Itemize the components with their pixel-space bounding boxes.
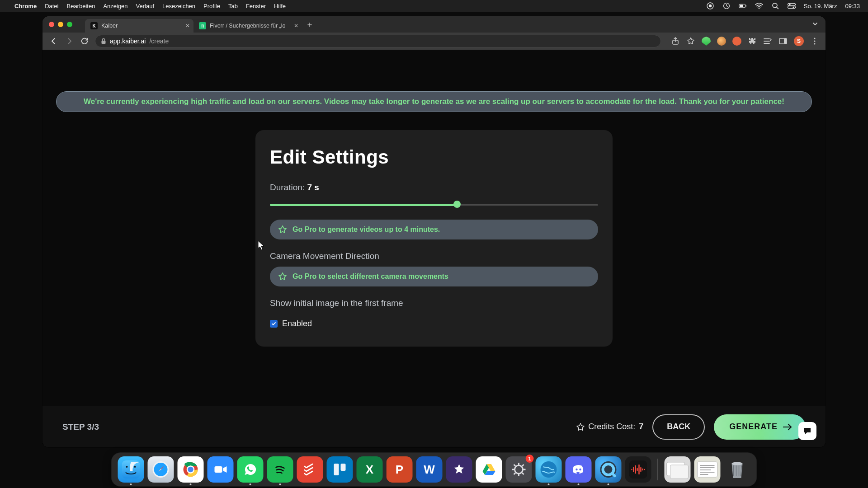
mac-menu-item[interactable]: Verlauf xyxy=(136,3,154,9)
footer-bar: STEP 3/3 Credits Cost: 7 BACK GENERATE xyxy=(42,406,826,447)
chrome-window: K Kaiber ✕ fi Fiverr / Suchergebnisse fü… xyxy=(42,16,826,447)
profile-avatar[interactable]: S xyxy=(794,36,804,46)
enabled-label: Enabled xyxy=(282,319,312,328)
dock-app-system-settings[interactable]: 1 xyxy=(506,456,532,483)
mac-menu-item[interactable]: Profile xyxy=(203,3,220,9)
svg-point-50 xyxy=(732,462,743,465)
dock-app-audio-app[interactable] xyxy=(625,456,651,483)
dock-app-imovie[interactable] xyxy=(446,456,472,483)
svg-rect-33 xyxy=(331,460,349,479)
extension-red-icon[interactable] xyxy=(732,37,741,46)
wifi-icon[interactable] xyxy=(755,2,763,10)
app-viewport: We're currently experiencing high traffi… xyxy=(42,50,826,447)
arrow-right-icon xyxy=(783,423,792,431)
bookmark-star-icon[interactable] xyxy=(686,37,695,46)
nav-forward-button[interactable] xyxy=(64,36,74,46)
star-outline-icon xyxy=(278,225,287,234)
chat-widget-button[interactable] xyxy=(798,422,816,440)
go-pro-camera-text: Go Pro to select different camera moveme… xyxy=(292,272,448,281)
menubar-time[interactable]: 09:33 xyxy=(845,3,860,9)
extension-orange-icon[interactable] xyxy=(717,37,726,46)
duration-label-text: Duration: xyxy=(270,183,307,192)
svg-point-21 xyxy=(134,466,136,468)
mac-active-app[interactable]: Chrome xyxy=(14,3,37,9)
extensions-puzzle-icon[interactable] xyxy=(748,37,757,46)
slider-thumb[interactable] xyxy=(453,201,461,208)
svg-point-17 xyxy=(814,40,815,42)
battery-icon[interactable] xyxy=(739,2,747,10)
dock-app-powerpoint[interactable]: P xyxy=(387,456,413,483)
dock-app-preview-doc[interactable] xyxy=(665,456,691,483)
dock-app-google-drive[interactable] xyxy=(476,456,502,483)
chrome-menu-icon[interactable] xyxy=(810,37,819,46)
url-path: /create xyxy=(149,38,169,45)
close-tab-icon[interactable]: ✕ xyxy=(185,23,190,29)
mac-menu-item[interactable]: Anzeigen xyxy=(103,3,127,9)
svg-rect-35 xyxy=(341,464,346,471)
dock-app-finder[interactable] xyxy=(118,456,144,483)
mac-menu-item[interactable]: Lesezeichen xyxy=(162,3,195,9)
reading-list-icon[interactable] xyxy=(763,37,772,46)
search-icon[interactable] xyxy=(771,2,779,10)
svg-rect-12 xyxy=(102,41,106,44)
dock-app-excel[interactable]: X xyxy=(357,456,383,483)
dock-app-zoom[interactable] xyxy=(208,456,234,483)
menubar-date[interactable]: So. 19. März xyxy=(804,3,837,9)
svg-point-43 xyxy=(579,469,581,470)
svg-point-40 xyxy=(541,461,557,478)
url-host: app.kaiber.ai xyxy=(110,38,146,45)
control-center-icon[interactable] xyxy=(788,2,796,10)
minimize-window-button[interactable] xyxy=(58,22,63,27)
generate-button[interactable]: GENERATE xyxy=(714,414,806,440)
duration-value: 7 s xyxy=(307,183,319,192)
reload-button[interactable] xyxy=(80,36,90,46)
enabled-checkbox[interactable] xyxy=(270,320,278,328)
dock-app-todoist[interactable] xyxy=(297,456,323,483)
clock-icon[interactable] xyxy=(722,2,731,10)
dock-app-chrome[interactable] xyxy=(178,456,204,483)
dock-app-quicktime[interactable] xyxy=(595,456,622,483)
mac-menu-item[interactable]: Fenster xyxy=(246,3,266,9)
dock-app-spotify[interactable] xyxy=(267,456,293,483)
share-icon[interactable] xyxy=(671,37,680,46)
tab-title: Fiverr / Suchergebnisse für „lo xyxy=(210,23,285,29)
side-panel-icon[interactable] xyxy=(778,37,788,46)
dock-app-trello[interactable] xyxy=(327,456,353,483)
new-tab-button[interactable]: ＋ xyxy=(306,19,314,30)
tabs-overflow-icon[interactable] xyxy=(812,21,818,27)
go-pro-duration-banner[interactable]: Go Pro to generate videos up to 4 minute… xyxy=(270,220,598,239)
close-tab-icon[interactable]: ✕ xyxy=(294,23,298,29)
credits-label: Credits Cost: xyxy=(588,422,635,432)
back-button[interactable]: BACK xyxy=(652,414,705,440)
tab-favicon-icon: K xyxy=(90,22,98,29)
nav-back-button[interactable] xyxy=(49,36,59,46)
desktop-background: K Kaiber ✕ fi Fiverr / Suchergebnisse fü… xyxy=(0,12,868,488)
go-pro-camera-banner[interactable]: Go Pro to select different camera moveme… xyxy=(270,267,598,286)
lock-icon xyxy=(101,38,106,44)
dock-app-discord[interactable] xyxy=(566,456,592,483)
dock-app-earth[interactable] xyxy=(536,456,562,483)
screen-record-icon[interactable] xyxy=(706,2,714,10)
close-window-button[interactable] xyxy=(49,22,54,27)
camera-movement-label: Camera Movement Direction xyxy=(270,251,598,261)
chat-bubble-icon xyxy=(803,427,812,436)
svg-point-16 xyxy=(814,38,815,39)
mac-menu-item[interactable]: Hilfe xyxy=(274,3,286,9)
fullscreen-window-button[interactable] xyxy=(67,22,72,27)
mac-menu-item[interactable]: Bearbeiten xyxy=(66,3,95,9)
dock-app-text-doc[interactable] xyxy=(694,456,721,483)
dock-app-safari[interactable] xyxy=(148,456,174,483)
browser-tab-fiverr[interactable]: fi Fiverr / Suchergebnisse für „lo ✕ xyxy=(193,19,302,33)
browser-tab-kaiber[interactable]: K Kaiber ✕ xyxy=(85,19,193,33)
svg-rect-9 xyxy=(788,6,795,9)
url-input[interactable]: app.kaiber.ai/create xyxy=(95,35,661,47)
mac-menu-item[interactable]: Datei xyxy=(45,3,58,9)
dock-app-word[interactable]: W xyxy=(416,456,443,483)
mac-menu-item[interactable]: Tab xyxy=(228,3,238,9)
dock-app-trash[interactable] xyxy=(724,456,750,483)
enabled-checkbox-row[interactable]: Enabled xyxy=(270,319,598,328)
window-controls xyxy=(49,22,72,27)
duration-slider[interactable] xyxy=(270,202,598,207)
extension-shield-icon[interactable] xyxy=(702,37,711,46)
dock-app-whatsapp[interactable] xyxy=(237,456,264,483)
